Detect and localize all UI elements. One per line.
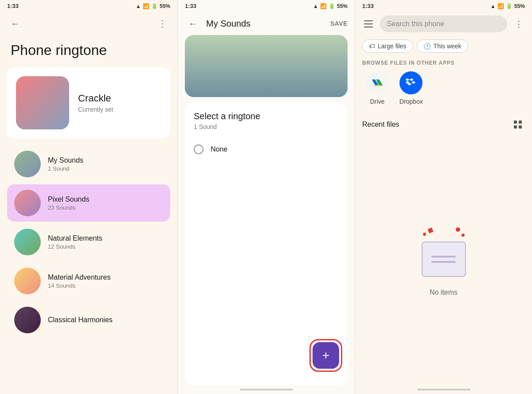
box-line-2	[431, 261, 456, 263]
dot-3	[423, 233, 426, 236]
time-2: 1:33	[185, 3, 196, 9]
hamburger-line-2	[364, 23, 373, 24]
wifi-icon-3: ▲	[490, 3, 496, 9]
recent-files-title: Recent files	[362, 121, 399, 129]
empty-illustration	[415, 224, 473, 281]
list-item-classical-harmonies[interactable]: Classical Harmonies	[7, 301, 170, 339]
time-3: 1:33	[362, 3, 374, 9]
back-button-2[interactable]: ←	[185, 16, 201, 31]
current-sound-name: Crackle	[78, 93, 113, 104]
list-item-pixel-sounds[interactable]: Pixel Sounds 23 Sounds	[7, 184, 170, 222]
fab-highlight: +	[309, 339, 342, 372]
item-count-natural-elements: 12 Sounds	[48, 243, 102, 250]
status-icons-2: ▲ 📶 🔋 55%	[313, 3, 348, 9]
panel2-hero-image	[185, 35, 348, 97]
panel-files: 1:33 ▲ 📶 🔋 55% Search this phone ⋮ 🏷 Lar…	[355, 0, 532, 394]
more-options-button-1[interactable]: ⋮	[154, 16, 170, 31]
search-input[interactable]: Search this phone	[387, 20, 444, 28]
status-icons-1: ▲ 📶 🔋 55%	[136, 3, 170, 9]
item-name-pixel-sounds: Pixel Sounds	[48, 195, 89, 203]
dropbox-label: Dropbox	[399, 98, 423, 105]
battery-pct-1: 55%	[160, 3, 170, 9]
dot-2	[456, 227, 460, 232]
more-options-button-3[interactable]: ⋮	[511, 16, 527, 32]
thumb-classical-harmonies	[14, 307, 41, 333]
radio-none[interactable]	[194, 144, 203, 154]
wifi-icon-2: ▲	[313, 3, 318, 9]
save-button[interactable]: SAVE	[330, 20, 348, 27]
ringtone-option-none[interactable]: None	[194, 139, 339, 160]
filter-chips: 🏷 Large files 🕐 This week	[355, 36, 532, 56]
battery-icon: 🔋	[151, 3, 158, 9]
drive-icon-circle	[366, 71, 389, 94]
top-bar-1: ← ⋮	[0, 12, 177, 35]
dot-4	[462, 234, 465, 237]
chip-large-files[interactable]: 🏷 Large files	[362, 39, 413, 53]
tag-icon: 🏷	[369, 43, 375, 50]
page-title-1: Phone ringtone	[0, 35, 177, 67]
box-line-1	[431, 256, 456, 257]
current-sound-status: Currently set	[78, 106, 113, 113]
svg-rect-2	[519, 121, 522, 124]
ringtone-name-none: None	[211, 145, 227, 153]
battery-icon-2: 🔋	[329, 3, 335, 9]
grid-view-button[interactable]	[511, 117, 525, 132]
back-button-1[interactable]: ←	[7, 16, 23, 31]
list-item-natural-elements[interactable]: Natural Elements 12 Sounds	[7, 223, 170, 261]
status-bar-2: 1:33 ▲ 📶 🔋 55%	[178, 0, 355, 12]
app-icons-row: Drive Dropbox	[355, 71, 532, 114]
item-name-classical-harmonies: Classical Harmonies	[48, 316, 113, 324]
fab-area: +	[309, 339, 342, 372]
hamburger-line-1	[364, 20, 373, 21]
current-sound-card[interactable]: Crackle Currently set	[7, 67, 170, 138]
battery-pct-3: 55%	[514, 3, 525, 9]
sound-item-info-material-adventures: Material Adventures 14 Sounds	[48, 273, 110, 289]
item-name-natural-elements: Natural Elements	[48, 234, 102, 242]
chip-this-week[interactable]: 🕐 This week	[417, 39, 468, 53]
dot-1	[427, 228, 433, 234]
sound-list: My Sounds 1 Sound Pixel Sounds 23 Sounds…	[0, 144, 177, 394]
drive-svg	[370, 76, 384, 90]
app-icon-dropbox[interactable]: Dropbox	[399, 71, 423, 105]
battery-pct-2: 55%	[337, 3, 348, 9]
sound-item-info-natural-elements: Natural Elements 12 Sounds	[48, 234, 102, 250]
chip-this-week-label: This week	[434, 43, 462, 50]
recent-files-header: Recent files	[355, 114, 532, 135]
thumb-natural-elements	[14, 229, 41, 255]
panel2-top-bar: ← My Sounds SAVE	[178, 12, 355, 35]
plus-icon: +	[322, 349, 329, 362]
chip-large-files-label: Large files	[378, 43, 407, 50]
current-sound-info: Crackle Currently set	[78, 93, 113, 113]
time-1: 1:33	[7, 3, 19, 9]
add-sound-fab[interactable]: +	[313, 342, 339, 369]
empty-state-text: No items	[430, 289, 458, 296]
item-name-my-sounds: My Sounds	[48, 156, 83, 164]
bottom-nav-line-2	[240, 389, 293, 390]
app-icon-drive[interactable]: Drive	[366, 71, 389, 105]
svg-rect-1	[514, 121, 517, 124]
status-icons-3: ▲ 📶 🔋 55%	[490, 3, 525, 9]
ringtone-section-count: 1 Sound	[194, 123, 339, 130]
thumb-material-adventures	[14, 268, 41, 294]
sound-item-info-classical-harmonies: Classical Harmonies	[48, 316, 113, 324]
clock-icon: 🕐	[423, 43, 431, 50]
signal-icon-2: 📶	[320, 3, 327, 9]
list-item-material-adventures[interactable]: Material Adventures 14 Sounds	[7, 262, 170, 300]
search-input-wrapper[interactable]: Search this phone	[380, 16, 507, 32]
thumb-my-sounds	[14, 151, 41, 177]
sound-item-info-my-sounds: My Sounds 1 Sound	[48, 156, 83, 172]
browse-section-label: BROWSE FILES IN OTHER APPS	[355, 56, 532, 71]
drive-label: Drive	[370, 98, 385, 105]
svg-rect-4	[519, 125, 522, 129]
wifi-icon: ▲	[136, 3, 141, 9]
status-bar-3: 1:33 ▲ 📶 🔋 55%	[355, 0, 532, 12]
item-count-pixel-sounds: 23 Sounds	[48, 204, 89, 211]
svg-rect-3	[514, 125, 517, 129]
panel3-search-bar: Search this phone ⋮	[355, 12, 532, 36]
current-sound-thumbnail	[16, 76, 69, 129]
list-item-my-sounds[interactable]: My Sounds 1 Sound	[7, 145, 170, 183]
status-bar-1: 1:33 ▲ 📶 🔋 55%	[0, 0, 177, 12]
dropbox-icon-circle	[399, 71, 422, 94]
hamburger-menu-button[interactable]	[360, 16, 376, 32]
dropbox-svg	[405, 77, 417, 89]
